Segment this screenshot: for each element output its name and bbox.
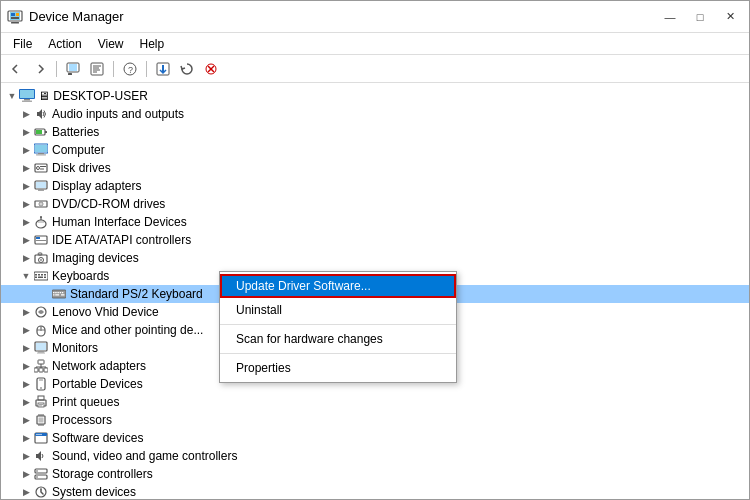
svg-point-44 <box>40 216 42 218</box>
svg-rect-79 <box>38 360 44 364</box>
svg-rect-94 <box>39 404 43 405</box>
sound-label: Sound, video and game controllers <box>52 449 237 463</box>
display-icon <box>33 178 49 194</box>
disk-icon <box>33 160 49 176</box>
toolbar-sep-2 <box>113 61 114 77</box>
dvd-expand-icon: ▶ <box>19 197 33 211</box>
svg-rect-82 <box>44 368 48 372</box>
menu-action[interactable]: Action <box>40 35 89 53</box>
toolbar-cancel[interactable] <box>200 59 222 79</box>
computer-expand-icon: ▶ <box>19 143 33 157</box>
audio-icon <box>33 106 49 122</box>
svg-rect-47 <box>36 237 40 239</box>
audio-expand-icon: ▶ <box>19 107 33 121</box>
ctx-separator-2 <box>220 353 456 354</box>
software-expand-icon: ▶ <box>19 431 33 445</box>
imaging-expand-icon: ▶ <box>19 251 33 265</box>
toolbar: ? <box>1 55 749 83</box>
close-button[interactable]: ✕ <box>717 7 743 27</box>
svg-rect-62 <box>53 292 55 293</box>
svg-point-41 <box>40 203 41 204</box>
menu-help[interactable]: Help <box>132 35 173 53</box>
tree-item-software[interactable]: ▶ Software devices <box>1 429 749 447</box>
svg-rect-68 <box>55 294 59 295</box>
ctx-update-driver[interactable]: Update Driver Software... <box>220 274 456 298</box>
tree-item-processors[interactable]: ▶ Processors <box>1 411 749 429</box>
tree-item-print[interactable]: ▶ Print queues <box>1 393 749 411</box>
mice-icon <box>33 322 49 338</box>
sound-icon <box>33 448 49 464</box>
tree-root[interactable]: ▼ 🖥 DESKTOP-USER <box>1 87 749 105</box>
svg-rect-81 <box>39 368 43 372</box>
tree-item-system[interactable]: ▶ System devices <box>1 483 749 499</box>
svg-point-108 <box>40 434 41 435</box>
storage-expand-icon: ▶ <box>19 467 33 481</box>
toolbar-properties[interactable] <box>86 59 108 79</box>
hid-icon <box>33 214 49 230</box>
system-expand-icon: ▶ <box>19 485 33 499</box>
tree-item-display[interactable]: ▶ Display adapters <box>1 177 749 195</box>
content-area: ▼ 🖥 DESKTOP-USER ▶ Audio <box>1 83 749 499</box>
toolbar-forward[interactable] <box>29 59 51 79</box>
toolbar-scan[interactable] <box>176 59 198 79</box>
minimize-button[interactable]: — <box>657 7 683 27</box>
keyboards-icon <box>33 268 49 284</box>
processors-label: Processors <box>52 413 112 427</box>
network-icon <box>33 358 49 374</box>
ctx-properties[interactable]: Properties <box>220 356 456 380</box>
maximize-button[interactable]: □ <box>687 7 713 27</box>
batteries-expand-icon: ▶ <box>19 125 33 139</box>
svg-point-74 <box>40 327 42 329</box>
svg-rect-7 <box>68 73 72 75</box>
svg-rect-1 <box>11 22 19 24</box>
ps2-keyboard-label: Standard PS/2 Keyboard <box>70 287 203 301</box>
svg-rect-56 <box>41 274 43 276</box>
tree-item-storage[interactable]: ▶ Storage controllers <box>1 465 749 483</box>
keyboards-label: Keyboards <box>52 269 109 283</box>
tree-item-sound[interactable]: ▶ Sound, video and game controllers <box>1 447 749 465</box>
svg-point-107 <box>38 434 39 435</box>
svg-rect-27 <box>45 131 47 133</box>
ide-icon <box>33 232 49 248</box>
svg-rect-24 <box>22 101 32 103</box>
tree-item-batteries[interactable]: ▶ Batteries <box>1 123 749 141</box>
tree-item-imaging[interactable]: ▶ Imaging devices <box>1 249 749 267</box>
tree-item-ide[interactable]: ▶ IDE ATA/ATAPI controllers <box>1 231 749 249</box>
tree-item-computer[interactable]: ▶ Computer <box>1 141 749 159</box>
tree-item-audio[interactable]: ▶ Audio inputs and outputs <box>1 105 749 123</box>
lenovo-label: Lenovo Vhid Device <box>52 305 159 319</box>
svg-rect-78 <box>37 353 45 354</box>
svg-rect-97 <box>39 418 44 423</box>
ctx-uninstall[interactable]: Uninstall <box>220 298 456 322</box>
svg-point-89 <box>40 387 42 389</box>
window-controls: — □ ✕ <box>657 7 743 27</box>
lenovo-icon <box>33 304 49 320</box>
batteries-icon <box>33 124 49 140</box>
svg-point-42 <box>36 220 46 228</box>
ide-expand-icon: ▶ <box>19 233 33 247</box>
tree-item-disk[interactable]: ▶ Disk drives <box>1 159 749 177</box>
svg-rect-30 <box>38 153 44 154</box>
toolbar-help[interactable]: ? <box>119 59 141 79</box>
tree-item-hid[interactable]: ▶ Human Interface Devices <box>1 213 749 231</box>
svg-rect-4 <box>16 13 19 16</box>
svg-rect-65 <box>60 292 62 293</box>
toolbar-showhide[interactable] <box>62 59 84 79</box>
menu-file[interactable]: File <box>5 35 40 53</box>
svg-text:?: ? <box>128 65 133 75</box>
app-icon <box>7 9 23 25</box>
display-label: Display adapters <box>52 179 141 193</box>
display-expand-icon: ▶ <box>19 179 33 193</box>
imaging-label: Imaging devices <box>52 251 139 265</box>
tree-item-dvd[interactable]: ▶ DVD/CD-ROM drives <box>1 195 749 213</box>
svg-rect-76 <box>36 343 46 350</box>
menu-view[interactable]: View <box>90 35 132 53</box>
svg-rect-34 <box>40 166 46 167</box>
toolbar-update[interactable] <box>152 59 174 79</box>
toolbar-back[interactable] <box>5 59 27 79</box>
processors-icon <box>33 412 49 428</box>
processors-expand-icon: ▶ <box>19 413 33 427</box>
svg-rect-38 <box>38 190 44 191</box>
window-title: Device Manager <box>29 9 124 24</box>
ctx-scan-hardware[interactable]: Scan for hardware changes <box>220 327 456 351</box>
